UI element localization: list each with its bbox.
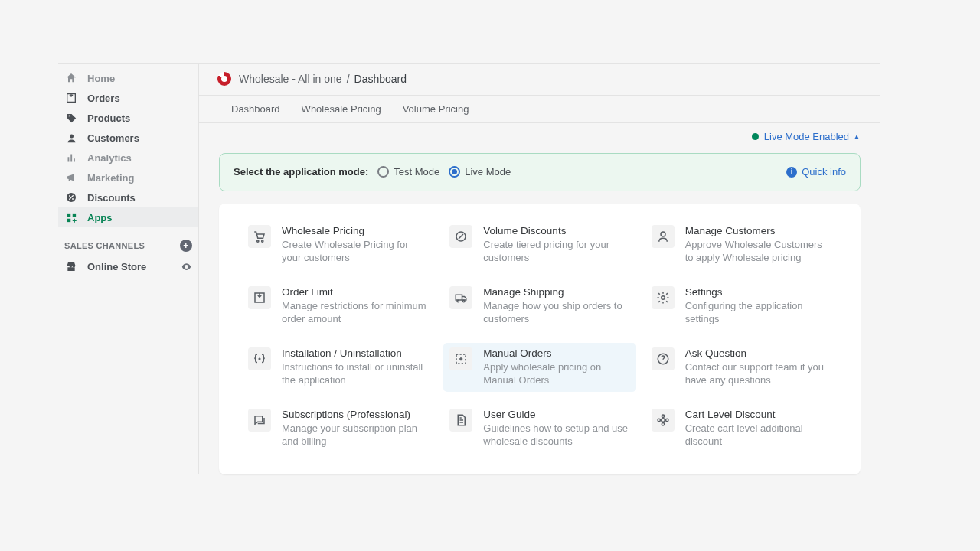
feature-card[interactable]: Manual OrdersApply wholesale pricing on … [443, 343, 635, 392]
feature-desc: Manage your subscription plan and billin… [282, 422, 428, 448]
svg-point-8 [257, 240, 259, 242]
home-icon [64, 72, 78, 84]
feature-grid: Wholesale PricingCreate Wholesale Pricin… [219, 204, 861, 474]
live-mode-dropdown[interactable]: Live Mode Enabled ▲ [199, 123, 880, 142]
feature-title: Wholesale Pricing [282, 225, 428, 236]
quick-info-label: Quick info [802, 166, 846, 178]
mode-selector: Select the application mode: Test Mode L… [219, 153, 861, 191]
feature-desc: Create cart level additional discount [685, 422, 831, 448]
feature-title: Order Limit [282, 286, 428, 298]
feature-card[interactable]: Cart Level DiscountCreate cart level add… [645, 404, 838, 453]
svg-point-11 [661, 232, 665, 236]
feature-card[interactable]: Volume DiscountsCreate tiered pricing fo… [443, 220, 635, 269]
svg-point-9 [262, 240, 263, 242]
svg-point-20 [658, 419, 660, 421]
tab-wholesale-pricing[interactable]: Wholesale Pricing [302, 103, 381, 115]
sidebar-item-label: Discounts [87, 192, 136, 204]
feature-card[interactable]: Manage ShippingManage how you ship order… [443, 282, 635, 331]
breadcrumb-current: Dashboard [354, 73, 407, 85]
sidebar-item-apps[interactable]: Apps [58, 207, 198, 227]
sidebar-item-marketing[interactable]: Marketing [58, 168, 198, 187]
apps-icon [64, 212, 78, 223]
feature-desc: Manage how you ship orders to customers [483, 299, 629, 326]
add-channel-button[interactable]: + [180, 240, 192, 252]
breadcrumb-sep: / [347, 73, 350, 85]
feature-card[interactable]: Wholesale PricingCreate Wholesale Pricin… [242, 220, 434, 269]
feature-desc: Approve Wholesale Customers to apply Who… [685, 238, 831, 265]
doc-icon [449, 409, 472, 432]
feature-card[interactable]: Manage CustomersApprove Wholesale Custom… [645, 220, 838, 269]
svg-rect-6 [72, 213, 75, 216]
svg-rect-5 [67, 213, 70, 216]
sidebar-item-analytics[interactable]: Analytics [58, 148, 198, 168]
truck-icon [449, 286, 472, 309]
svg-point-3 [69, 195, 70, 197]
svg-point-18 [662, 415, 664, 417]
section-label: SALES CHANNELS [64, 241, 145, 250]
tabs: Dashboard Wholesale Pricing Volume Prici… [199, 95, 880, 123]
flower-icon [652, 409, 675, 432]
info-icon: i [786, 167, 797, 178]
tag-icon [64, 112, 78, 124]
chat-icon [248, 409, 271, 432]
feature-title: Installation / Uninstallation [282, 347, 428, 359]
feature-title: Cart Level Discount [685, 409, 831, 420]
feature-desc: Instructions to install or uninstall the… [282, 360, 428, 387]
sidebar-item-orders[interactable]: Orders [58, 88, 198, 108]
feature-title: Manual Orders [483, 347, 629, 359]
view-store-icon[interactable] [181, 261, 192, 272]
breadcrumb-app: Wholesale - All in one [239, 73, 342, 85]
svg-point-12 [457, 300, 459, 302]
feature-card[interactable]: Order LimitManage restrictions for minim… [242, 282, 434, 331]
tab-volume-pricing[interactable]: Volume Pricing [403, 103, 469, 115]
cart-icon [248, 225, 271, 248]
gear-icon [652, 286, 675, 309]
feature-card[interactable]: Subscriptions (Professional)Manage your … [242, 404, 434, 453]
quick-info-button[interactable]: i Quick info [786, 166, 846, 178]
feature-card[interactable]: SettingsConfiguring the application sett… [645, 282, 838, 331]
svg-point-0 [68, 115, 70, 116]
sidebar-item-label: Marketing [87, 172, 134, 184]
feature-title: User Guide [483, 409, 629, 420]
main: Wholesale - All in one / Dashboard Dashb… [199, 64, 880, 474]
mode-label: Select the application mode: [234, 166, 368, 178]
status-dot-icon [752, 133, 759, 140]
bars-icon [64, 152, 78, 164]
sidebar-item-label: Analytics [87, 152, 132, 164]
sidebar-item-discounts[interactable]: Discounts [58, 187, 198, 207]
svg-point-14 [661, 295, 665, 299]
svg-point-19 [662, 422, 664, 425]
user-icon [652, 225, 675, 248]
feature-title: Ask Question [685, 347, 831, 359]
svg-rect-7 [67, 218, 70, 221]
sidebar-item-label: Home [87, 73, 115, 84]
sidebar: Home Orders Products Customers Analytics… [58, 64, 199, 474]
feature-card[interactable]: Installation / UninstallationInstruction… [242, 343, 434, 392]
feature-card[interactable]: Ask QuestionContact our support team if … [645, 343, 838, 392]
feature-desc: Create Wholesale Pricing for your custom… [282, 238, 428, 265]
sidebar-item-label: Customers [87, 132, 139, 144]
feature-title: Manage Shipping [483, 286, 629, 298]
feature-title: Manage Customers [685, 225, 831, 236]
sidebar-item-products[interactable]: Products [58, 108, 198, 128]
tab-dashboard[interactable]: Dashboard [231, 103, 280, 115]
sidebar-item-customers[interactable]: Customers [58, 128, 198, 148]
sidebar-item-label: Products [87, 112, 130, 124]
radio-live-mode[interactable] [449, 166, 460, 178]
sidebar-item-label: Online Store [87, 261, 146, 272]
question-icon [652, 347, 675, 370]
svg-point-13 [463, 300, 465, 302]
feature-desc: Manage restrictions for minimum order am… [282, 299, 428, 326]
percent-icon [64, 191, 78, 204]
svg-point-21 [665, 419, 668, 421]
store-icon [64, 260, 78, 272]
radio-live-mode-label: Live Mode [465, 166, 511, 178]
megaphone-icon [64, 171, 78, 184]
sidebar-item-home[interactable]: Home [58, 68, 198, 88]
feature-desc: Create tiered pricing for your customers [483, 238, 629, 265]
sidebar-item-online-store[interactable]: Online Store [58, 256, 198, 276]
sidebar-section-title: SALES CHANNELS + [58, 227, 198, 256]
radio-test-mode[interactable] [377, 166, 389, 178]
sidebar-item-label: Orders [87, 93, 120, 104]
feature-card[interactable]: User GuideGuidelines how to setup and us… [443, 404, 635, 453]
